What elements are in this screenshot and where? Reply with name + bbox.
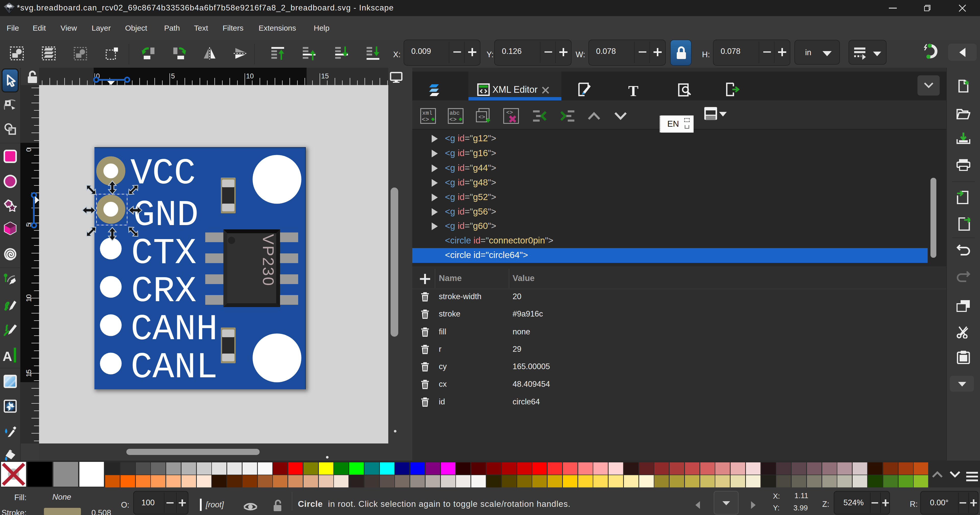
svg-text:xml: xml xyxy=(422,110,433,116)
svg-text:<>: <> xyxy=(506,110,513,116)
svg-text:<>: <> xyxy=(449,116,457,123)
svg-text:abc: abc xyxy=(450,110,460,116)
svg-text:<>: <> xyxy=(422,116,429,123)
svg-text:<>: <> xyxy=(478,114,485,121)
